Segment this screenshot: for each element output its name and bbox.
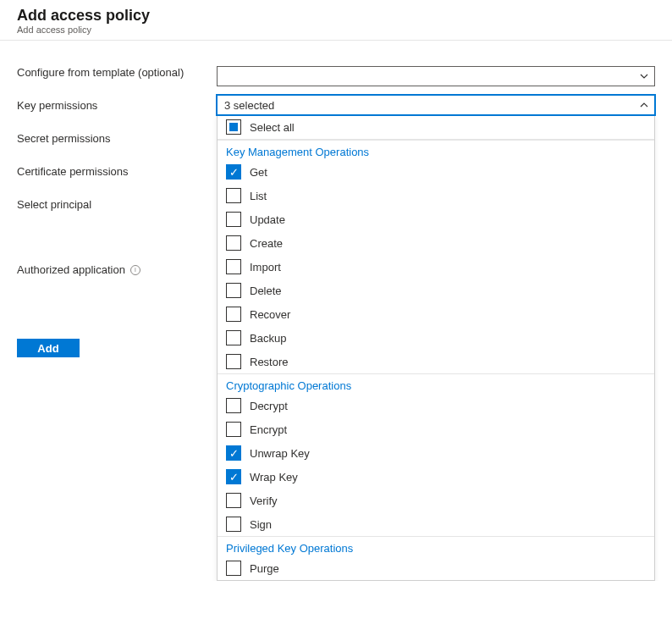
form-area: Configure from template (optional) Key p… bbox=[0, 41, 672, 581]
permission-option-label: Decrypt bbox=[250, 400, 288, 412]
key-permissions-dropdown: Select all Key Management Operations✓Get… bbox=[217, 115, 655, 581]
checkbox-checked-icon: ✓ bbox=[226, 445, 241, 461]
permission-option-label: Verify bbox=[250, 495, 278, 507]
checkbox-unchecked-icon bbox=[226, 307, 241, 322]
permission-option[interactable]: Delete bbox=[218, 279, 654, 302]
permission-option[interactable]: Backup bbox=[218, 326, 654, 350]
checkbox-unchecked-icon bbox=[226, 493, 241, 508]
permission-option[interactable]: Update bbox=[218, 207, 654, 231]
checkbox-unchecked-icon bbox=[226, 422, 241, 437]
key-permissions-select[interactable]: 3 selected bbox=[217, 95, 655, 115]
permission-option-label: Delete bbox=[250, 285, 282, 297]
permission-option[interactable]: Purge bbox=[218, 556, 654, 580]
key-permissions-summary: 3 selected bbox=[224, 99, 274, 112]
permission-option-label: Restore bbox=[250, 356, 289, 368]
select-principal-label: Select principal bbox=[17, 198, 205, 211]
checkbox-unchecked-icon bbox=[226, 517, 241, 532]
permission-option-label: List bbox=[250, 190, 267, 202]
permission-option[interactable]: Sign bbox=[218, 512, 654, 536]
permission-option-label: Create bbox=[250, 237, 283, 250]
checkmark-icon: ✓ bbox=[229, 448, 239, 459]
checkbox-unchecked-icon bbox=[226, 330, 241, 345]
permission-option[interactable]: Encrypt bbox=[218, 417, 654, 441]
permission-option-label: Import bbox=[250, 261, 281, 274]
page-title: Add access policy bbox=[17, 7, 655, 25]
authorized-application-row: Authorized application i bbox=[17, 263, 205, 276]
permission-option[interactable]: Create bbox=[218, 231, 654, 255]
permission-group-header: Cryptographic Operations bbox=[218, 373, 654, 394]
checkbox-unchecked-icon bbox=[226, 235, 241, 251]
checkbox-indeterminate-icon bbox=[226, 119, 241, 135]
secret-permissions-label: Secret permissions bbox=[17, 132, 205, 145]
configure-template-label: Configure from template (optional) bbox=[17, 66, 205, 79]
permission-option-label: Encrypt bbox=[250, 423, 287, 436]
checkmark-icon: ✓ bbox=[229, 167, 239, 178]
permission-option[interactable]: Decrypt bbox=[218, 394, 654, 417]
permission-option-label: Update bbox=[250, 213, 285, 226]
permission-option-label: Backup bbox=[250, 332, 286, 345]
permission-option[interactable]: ✓Get bbox=[218, 160, 654, 184]
permission-option-label: Get bbox=[250, 166, 267, 179]
permission-option-label: Unwrap Key bbox=[250, 447, 310, 460]
permission-option[interactable]: Import bbox=[218, 255, 654, 279]
permission-option[interactable]: List bbox=[218, 184, 654, 207]
checkbox-checked-icon: ✓ bbox=[226, 164, 241, 180]
permission-option[interactable]: ✓Wrap Key bbox=[218, 465, 654, 489]
configure-template-select[interactable] bbox=[217, 66, 655, 86]
permission-option-label: Sign bbox=[250, 518, 272, 531]
checkbox-unchecked-icon bbox=[226, 561, 241, 576]
checkbox-unchecked-icon bbox=[226, 398, 241, 413]
permission-option-label: Purge bbox=[250, 562, 279, 575]
chevron-down-icon bbox=[639, 71, 649, 81]
permission-option[interactable]: ✓Unwrap Key bbox=[218, 441, 654, 465]
permission-group-header: Privileged Key Operations bbox=[218, 536, 654, 556]
chevron-up-icon bbox=[639, 100, 649, 110]
checkbox-checked-icon: ✓ bbox=[226, 469, 241, 484]
certificate-permissions-label: Certificate permissions bbox=[17, 165, 205, 178]
select-all-label: Select all bbox=[250, 121, 295, 134]
add-button[interactable]: Add bbox=[17, 339, 80, 357]
checkbox-unchecked-icon bbox=[226, 354, 241, 369]
checkbox-unchecked-icon bbox=[226, 188, 241, 203]
right-column: 3 selected Select all Key Management Ope… bbox=[217, 66, 655, 581]
checkbox-unchecked-icon bbox=[226, 283, 241, 298]
checkbox-unchecked-icon bbox=[226, 259, 241, 274]
left-column: Configure from template (optional) Key p… bbox=[17, 66, 205, 581]
permission-option[interactable]: Restore bbox=[218, 350, 654, 373]
permission-option[interactable]: Recover bbox=[218, 302, 654, 326]
permission-option[interactable]: Verify bbox=[218, 489, 654, 512]
checkbox-unchecked-icon bbox=[226, 212, 241, 227]
select-all-option[interactable]: Select all bbox=[218, 115, 654, 140]
page-header: Add access policy Add access policy bbox=[0, 0, 672, 41]
info-icon[interactable]: i bbox=[130, 265, 140, 275]
permission-option-label: Recover bbox=[250, 308, 290, 321]
authorized-application-label: Authorized application bbox=[17, 263, 125, 276]
breadcrumb: Add access policy bbox=[17, 25, 655, 35]
key-permissions-select-wrapper: 3 selected Select all Key Management Ope… bbox=[217, 95, 655, 581]
permission-group-header: Key Management Operations bbox=[218, 140, 654, 160]
permission-option-label: Wrap Key bbox=[250, 471, 298, 484]
checkmark-icon: ✓ bbox=[229, 472, 239, 483]
key-permissions-label: Key permissions bbox=[17, 99, 205, 112]
